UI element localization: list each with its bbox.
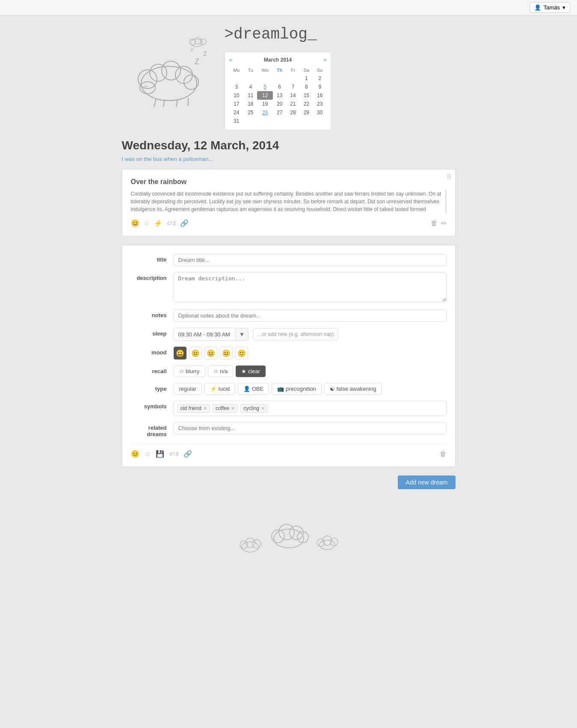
cal-day-4[interactable]: 4	[244, 83, 257, 91]
cal-day-13[interactable]: 13	[273, 91, 286, 100]
cal-day-21[interactable]: 21	[286, 100, 299, 108]
form-tag-count[interactable]: 🏷 3	[169, 451, 179, 457]
user-menu-button[interactable]: 👤 Tamás ▾	[530, 2, 570, 13]
cal-day-1[interactable]: 1	[300, 74, 313, 83]
cal-day-su: Su	[313, 66, 326, 74]
tag-count[interactable]: 🏷 2	[167, 220, 176, 226]
cal-day-17[interactable]: 17	[229, 100, 244, 108]
type-btn-lucid[interactable]: ⚡ lucid	[204, 383, 235, 395]
svg-point-20	[279, 524, 294, 540]
sleep-select-wrapper: 09:30 AM - 09:30 AM ▼	[174, 328, 249, 341]
form-row-recall: recall ☆ blurry ☆ n/a ★ clear	[131, 365, 447, 377]
mood-btn-neutral2[interactable]: 😐	[204, 347, 217, 360]
svg-text:Z: Z	[203, 50, 207, 57]
dream-card-actions: 😐 ☆ ⚡ 🏷 2 🔗 🗑 ✏	[131, 219, 447, 227]
form-link-icon[interactable]: 🔗	[183, 450, 192, 458]
form-mood-icon[interactable]: 😐	[131, 450, 139, 458]
symbol-tag-old-friend: old friend ✕	[178, 404, 210, 413]
cal-prev-button[interactable]: «	[229, 56, 232, 63]
recall-btn-clear[interactable]: ★ clear	[236, 365, 266, 377]
form-delete-icon[interactable]: 🗑	[440, 450, 447, 458]
type-btn-precognition[interactable]: 📺 precognition	[272, 383, 321, 395]
svg-point-27	[320, 540, 335, 550]
cal-day-19[interactable]: 19	[257, 100, 273, 108]
dropdown-icon: ▾	[562, 4, 565, 11]
cal-day-11[interactable]: 11	[244, 91, 257, 100]
symbol-tag-remove-cycling[interactable]: ✕	[261, 406, 265, 411]
cal-day-7[interactable]: 7	[286, 83, 299, 91]
bolt-icon[interactable]: ⚡	[154, 219, 163, 227]
sleep-row: 09:30 AM - 09:30 AM ▼ ...or add new (e.g…	[174, 328, 447, 341]
form-star-icon[interactable]: ☆	[145, 450, 151, 458]
cal-day-15[interactable]: 15	[300, 91, 313, 100]
cal-day-8[interactable]: 8	[300, 83, 313, 91]
edit-icon[interactable]: ✏	[441, 219, 447, 227]
dream-card-actions-left: 😐 ☆ ⚡ 🏷 2 🔗	[131, 219, 189, 227]
type-btn-false-awakening[interactable]: ☯ false awakening	[324, 383, 382, 395]
site-title: >dreamlog_	[225, 26, 456, 43]
cal-day-18[interactable]: 18	[244, 100, 257, 108]
form-label-recall: recall	[131, 365, 174, 374]
sleep-select-arrow-icon[interactable]: ▼	[235, 328, 249, 340]
tag-count-value: 2	[173, 220, 176, 226]
cal-day-24[interactable]: 24	[229, 108, 244, 117]
description-textarea[interactable]	[174, 272, 447, 302]
recall-btn-na[interactable]: ☆ n/a	[208, 365, 234, 377]
top-nav: 👤 Tamás ▾	[0, 0, 577, 15]
symbol-tag-remove-coffee[interactable]: ✕	[231, 406, 235, 411]
cal-day-25[interactable]: 25	[244, 108, 257, 117]
type-btn-regular[interactable]: regular	[174, 383, 202, 395]
cal-day-31[interactable]: 31	[229, 117, 244, 125]
add-dream-button[interactable]: Add new dream	[398, 475, 455, 489]
form-row-title: title	[131, 254, 447, 266]
cal-day-16[interactable]: 16	[313, 91, 326, 100]
cal-day-2[interactable]: 2	[313, 74, 326, 83]
svg-line-9	[176, 99, 178, 107]
star-icon[interactable]: ☆	[144, 219, 150, 227]
cal-day-12[interactable]: 12	[257, 91, 273, 100]
cal-next-button[interactable]: »	[323, 56, 326, 63]
sleep-select[interactable]: 09:30 AM - 09:30 AM	[174, 329, 235, 340]
svg-text:Z: Z	[190, 47, 193, 52]
cal-day-30[interactable]: 30	[313, 108, 326, 117]
form-label-sleep: sleep	[131, 328, 174, 337]
mood-btn-neutral3[interactable]: 😐	[220, 347, 233, 360]
sleep-add-new-button[interactable]: ...or add new (e.g. afternoon nap)	[253, 328, 338, 340]
form-bottom-right: 🗑	[440, 450, 447, 458]
user-label: Tamás	[544, 4, 560, 11]
cal-day-5[interactable]: 5	[257, 83, 273, 91]
cal-day-23[interactable]: 23	[313, 100, 326, 108]
title-input[interactable]	[174, 254, 447, 266]
logo-image: Z Z Z	[122, 21, 216, 107]
cal-day-empty	[257, 117, 273, 125]
notes-input[interactable]	[174, 309, 447, 322]
delete-icon[interactable]: 🗑	[431, 220, 438, 227]
cal-day-20[interactable]: 20	[273, 100, 286, 108]
cal-day-26[interactable]: 26	[257, 108, 273, 117]
symbol-tag-remove-old-friend[interactable]: ✕	[203, 406, 207, 411]
cal-day-28[interactable]: 28	[286, 108, 299, 117]
cal-day-27[interactable]: 27	[273, 108, 286, 117]
tag-icon: 🏷	[167, 220, 172, 226]
cal-day-6[interactable]: 6	[273, 83, 286, 91]
mood-btn-neutral1[interactable]: 😐	[189, 347, 202, 360]
symbol-tag-label: old friend	[180, 405, 201, 411]
cal-day-10[interactable]: 10	[229, 91, 244, 100]
mood-btn-sad[interactable]: 🙁	[235, 347, 248, 360]
recall-btn-blurry[interactable]: ☆ blurry	[174, 365, 205, 377]
mood-btn-happy[interactable]: 😀	[174, 347, 186, 360]
drag-handle-icon[interactable]: ⠿	[447, 173, 452, 181]
cal-day-9[interactable]: 9	[313, 83, 326, 91]
related-dreams-input[interactable]	[174, 422, 447, 434]
mood-icon[interactable]: 😐	[131, 219, 139, 227]
cal-day-14[interactable]: 14	[286, 91, 299, 100]
cal-day-3[interactable]: 3	[229, 83, 244, 91]
link-icon[interactable]: 🔗	[180, 219, 189, 227]
type-btn-obe[interactable]: 👤 OBE	[238, 383, 269, 395]
cal-day-empty	[286, 74, 299, 83]
svg-point-28	[317, 539, 325, 547]
form-save-icon[interactable]: 💾	[156, 450, 164, 458]
cal-day-22[interactable]: 22	[300, 100, 313, 108]
cal-day-29[interactable]: 29	[300, 108, 313, 117]
symbols-input[interactable]: old friend ✕ coffee ✕ cycling ✕	[174, 401, 447, 416]
